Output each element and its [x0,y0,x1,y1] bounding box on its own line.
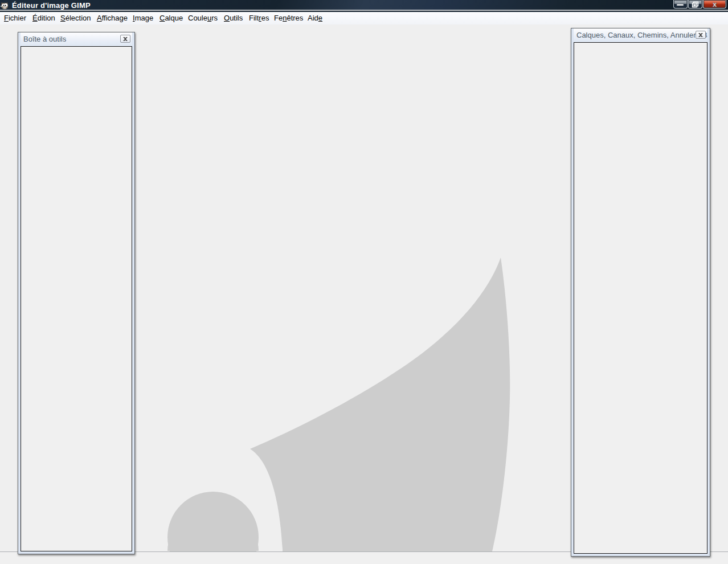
svg-text:x: x [713,1,717,8]
